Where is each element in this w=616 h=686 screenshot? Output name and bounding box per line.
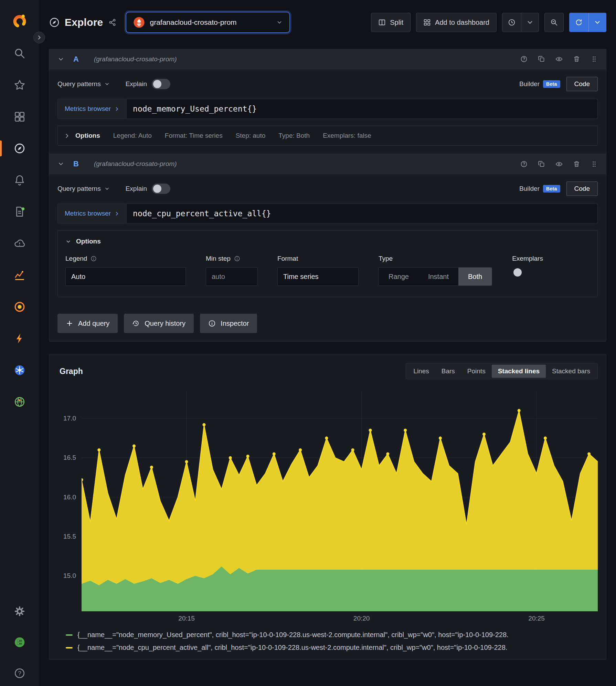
format-select[interactable]: Time series [277,267,359,286]
type-option-instant[interactable]: Instant [418,268,458,285]
sidebar-item-oncall[interactable] [0,301,39,313]
style-option-stacked-lines[interactable]: Stacked lines [492,365,546,378]
inspector-button[interactable]: Inspector [200,314,257,333]
code-mode-option[interactable]: Code [566,181,598,196]
sidebar-item-admin[interactable] [0,636,39,648]
compass-icon [14,143,25,154]
sidebar-item-starred[interactable] [0,79,39,91]
datasource-picker[interactable]: grafanacloud-crosato-prom [126,12,290,33]
legend-item-memory[interactable]: {__name__="node_memory_Used_percent", cr… [66,628,598,641]
split-icon [378,19,386,26]
chevron-down-icon [104,81,110,87]
sidebar-item-help[interactable]: ? [0,667,39,679]
plot-area[interactable] [82,391,598,611]
info-icon [208,320,216,327]
add-to-dashboard-button[interactable]: Add to dashboard [416,13,497,32]
options-summary-type: Type: Both [278,132,310,139]
datasource-name: grafanacloud-crosato-prom [150,18,236,27]
refresh-interval-caret-button[interactable] [588,13,606,32]
sidebar-expand-button[interactable] [33,32,45,43]
grafana-logo[interactable] [12,13,28,29]
sidebar-item-dashboards[interactable] [0,111,39,123]
eye-icon[interactable] [555,55,563,63]
sidebar-item-synthetics[interactable] [0,396,39,408]
builder-mode-option[interactable]: Builder Beta [513,182,566,196]
query-b-expression-input[interactable]: node_cpu_percent_active_all{} [126,204,598,224]
help-icon[interactable] [520,55,528,63]
query-a-options-row[interactable]: Options Legend: Auto Format: Time series… [57,126,598,146]
type-option-range[interactable]: Range [379,268,418,285]
trash-icon[interactable] [573,160,580,168]
refresh-button[interactable] [569,13,588,32]
sidebar-item-alerting[interactable] [0,174,39,186]
explain-toggle[interactable] [152,184,170,194]
legend-item-cpu[interactable]: {__name__="node_cpu_percent_active_all",… [66,641,598,654]
share-icon[interactable] [108,18,117,27]
sidebar-nav [0,48,39,408]
graph-panel: Graph Lines Bars Points Stacked lines St… [49,354,606,660]
copy-icon[interactable] [538,55,545,63]
inspector-label: Inspector [221,320,249,328]
collapse-icon[interactable] [57,160,64,167]
style-option-bars[interactable]: Bars [435,365,461,378]
style-option-lines[interactable]: Lines [407,365,435,378]
query-b-header[interactable]: B (grafanacloud-crosato-prom) [49,154,606,174]
query-patterns-dropdown[interactable]: Query patterns [57,80,110,88]
beta-badge: Beta [543,80,560,88]
metrics-browser-button[interactable]: Metrics browser [57,99,126,119]
query-patterns-dropdown[interactable]: Query patterns [57,185,110,193]
format-label: Format [277,255,298,262]
time-picker-caret-button[interactable] [521,13,539,32]
collapse-icon[interactable] [57,56,64,63]
query-a-header[interactable]: A (grafanacloud-crosato-prom) [49,49,606,69]
sidebar-item-cloud[interactable] [0,238,39,249]
query-ref-label[interactable]: B [73,159,79,168]
style-option-points[interactable]: Points [461,365,492,378]
sidebar-item-configuration[interactable] [0,605,39,617]
svg-text:?: ? [18,670,21,677]
help-icon: ? [14,667,25,679]
query-ref-label[interactable]: A [73,55,79,64]
notification-dot [22,207,25,210]
copy-icon[interactable] [538,160,545,168]
explain-toggle[interactable] [152,79,170,89]
help-icon[interactable] [520,160,528,168]
exemplars-field: Exemplars [512,255,543,267]
plus-icon [66,320,73,327]
legend-field: Legend Auto [65,255,186,286]
query-b-options-panel: Options Legend Auto [57,230,598,297]
builder-label: Builder [519,185,540,193]
explore-icon [49,17,60,28]
query-a-actions [520,55,598,63]
cloud-icon [14,238,25,249]
metrics-browser-button[interactable]: Metrics browser [57,204,126,224]
query-history-button[interactable]: Query history [124,314,194,333]
style-option-stacked-bars[interactable]: Stacked bars [546,365,596,378]
trash-icon[interactable] [573,55,580,63]
sidebar-item-performance[interactable] [0,333,39,344]
code-mode-option[interactable]: Code [566,77,598,91]
min-step-input[interactable]: auto [206,267,257,286]
drag-handle-icon[interactable] [591,55,598,63]
builder-mode-option[interactable]: Builder Beta [513,77,566,91]
editor-mode-switch: Builder Beta Code [513,77,598,91]
drag-handle-icon[interactable] [591,160,598,168]
info-icon [234,256,240,262]
sidebar-item-kubernetes[interactable] [0,364,39,376]
split-button[interactable]: Split [371,13,411,32]
sidebar-item-document[interactable] [0,206,39,218]
eye-icon[interactable] [555,160,563,168]
query-a-expression-input[interactable]: node_memory_Used_percent{} [126,99,598,119]
sidebar-item-explore[interactable] [0,143,39,154]
y-axis-labels: 15.015.516.016.517.0 [57,391,82,611]
type-option-both[interactable]: Both [458,268,492,285]
sidebar-item-search[interactable] [0,48,39,59]
query-editor: A (grafanacloud-crosato-prom) Query patt… [49,49,606,342]
legend-text: {__name__="node_cpu_percent_active_all",… [77,644,507,652]
add-query-button[interactable]: Add query [57,314,118,333]
time-picker-button[interactable] [502,13,521,32]
options-collapse-header[interactable]: Options [65,238,590,245]
zoom-out-button[interactable] [544,13,564,32]
legend-select[interactable]: Auto [65,267,186,286]
sidebar-item-machine-learning[interactable] [0,269,39,281]
